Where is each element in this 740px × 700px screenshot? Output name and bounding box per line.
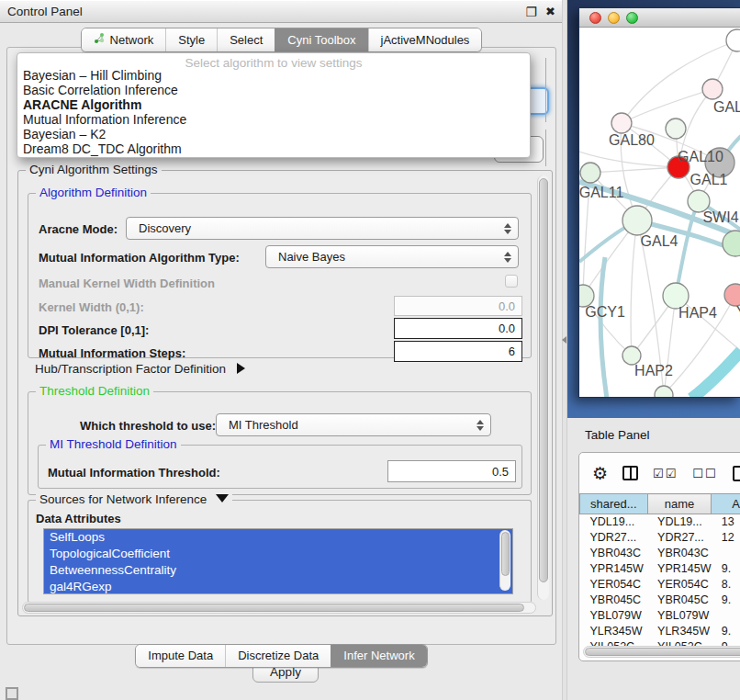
deselect-all-checks-icon[interactable]: ☐☐ [692, 467, 717, 480]
dpi-tolerance-input[interactable]: 0.0 [394, 318, 522, 339]
table-cell: YBR045C [647, 593, 712, 608]
mi-type-label: Mutual Information Algorithm Type: [39, 251, 240, 265]
algorithm-dropdown[interactable]: Select algorithm to view settings Bayesi… [17, 52, 531, 158]
attribute-item-gal4rgexp[interactable]: gal4RGexp [44, 579, 512, 594]
node-label: GAL4 [641, 233, 678, 249]
sources-toggle[interactable]: Sources for Network Inference [36, 492, 232, 506]
node-label: HAP4 [678, 305, 717, 321]
network-node-gal11[interactable] [580, 163, 600, 183]
mi-threshold-input[interactable]: 0.5 [387, 460, 516, 482]
which-threshold-select[interactable]: MI Threshold [216, 413, 491, 436]
table-cell: YBR045C [580, 593, 648, 608]
algorithm-definition-group: Algorithm Definition Aracne Mode: Discov… [28, 193, 532, 358]
table-cell [712, 546, 740, 561]
tab-impute-data[interactable]: Impute Data [136, 645, 225, 667]
expand-right-icon[interactable] [237, 363, 245, 374]
stepper-icon [477, 420, 484, 431]
settings-horizontal-scrollbar[interactable] [22, 602, 536, 614]
node-label: GCY1 [585, 304, 625, 320]
network-node-gal[interactable] [702, 79, 723, 99]
table-cell: 9. [712, 561, 740, 577]
aracne-mode-select[interactable]: Discovery [126, 217, 519, 240]
dock-grip-icon[interactable] [6, 687, 18, 700]
algorithm-option-aracne-algorithm[interactable]: ARACNE Algorithm [17, 97, 530, 112]
tab-jactivemnodules[interactable]: jActiveMNodules [368, 28, 482, 51]
network-node-gal4[interactable] [622, 206, 652, 235]
network-node-hap2[interactable] [622, 346, 641, 365]
tab-style[interactable]: Style [165, 28, 217, 51]
node-label: GAL1 [690, 172, 728, 187]
export-table-icon[interactable] [733, 466, 740, 481]
tab-label: Style [178, 33, 205, 47]
data-attributes-list[interactable]: SelfLoopsTopologicalCoefficientBetweenne… [43, 528, 513, 594]
float-icon[interactable]: ❐ [526, 5, 538, 19]
table-cell: YBL079W [647, 608, 712, 624]
network-window-titlebar[interactable] [579, 8, 740, 28]
network-window[interactable]: GALGAL80GAL10GAL1GAL11SWI4GAL4GCY1HAP4YH… [578, 7, 740, 398]
network-node-y[interactable] [724, 284, 740, 306]
network-node-gal80[interactable] [611, 113, 632, 133]
table-cell: YBR043C [580, 546, 648, 561]
table-row[interactable]: YBR043CYBR043C [580, 546, 740, 561]
attribute-item-topologicalcoefficient[interactable]: TopologicalCoefficient [44, 546, 512, 562]
table-row[interactable]: YDL19...YDL19...13 [580, 514, 740, 530]
hub-definition-toggle[interactable]: Hub/Transcription Factor Definition [35, 362, 245, 376]
network-node[interactable] [723, 231, 740, 256]
cyni-mode-tabbar: Impute DataDiscretize DataInfer Network [0, 644, 563, 668]
table-row[interactable]: YDR27...YDR27...12 [580, 530, 740, 546]
minimize-traffic-icon[interactable] [608, 12, 620, 24]
table-cell: 9. [712, 593, 740, 608]
cyni-algorithm-settings-group: Cyni Algorithm Settings Algorithm Defini… [17, 170, 553, 616]
tab-discretize-data[interactable]: Discretize Data [225, 645, 331, 667]
table-cell: 13 [712, 514, 740, 530]
algorithm-dropdown-list: Bayesian – Hill ClimbingBasic Correlatio… [17, 68, 530, 156]
tab-cyni-toolbox[interactable]: Cyni Toolbox [275, 28, 367, 51]
select-all-checks-icon[interactable]: ☑☑ [653, 467, 678, 480]
settings-vertical-scrollbar[interactable] [537, 175, 549, 600]
table-row[interactable]: YBR045CYBR045C9. [580, 593, 740, 608]
gear-icon[interactable]: ⚙ [592, 463, 608, 483]
network-canvas[interactable]: GALGAL80GAL10GAL1GAL11SWI4GAL4GCY1HAP4YH… [579, 28, 740, 397]
group-title: MI Threshold Definition [46, 437, 181, 451]
algorithm-option-bayesian-hill-climbing[interactable]: Bayesian – Hill Climbing [17, 68, 530, 83]
aracne-mode-value: Discovery [139, 221, 191, 235]
which-threshold-value: MI Threshold [229, 418, 298, 432]
close-icon[interactable]: ✖ [545, 5, 555, 18]
tab-network[interactable]: Network [82, 28, 166, 51]
table-horizontal-scrollbar[interactable] [583, 646, 740, 658]
zoom-traffic-icon[interactable] [626, 12, 638, 24]
collapse-down-icon[interactable] [216, 494, 229, 502]
column-header-a[interactable]: A [712, 494, 740, 514]
attribute-item-betweennesscentrality[interactable]: BetweennessCentrality [44, 562, 512, 579]
node-label: GAL [713, 99, 740, 115]
network-node[interactable] [726, 29, 740, 51]
algorithm-option-bayesian-k2[interactable]: Bayesian – K2 [17, 127, 530, 141]
attribute-list-scrollbar[interactable] [499, 530, 510, 591]
table-panel: ⚙ ☑☑ ☐☐ shared...nameA YDL19...YDL19...1… [578, 452, 740, 661]
split-collapse-icon[interactable] [562, 336, 566, 344]
attribute-item-selfloops[interactable]: SelfLoops [44, 529, 512, 546]
mi-steps-input[interactable]: 6 [394, 341, 522, 362]
table-row[interactable]: YLR345WYLR345W9. [580, 624, 740, 639]
algorithm-option-mutual-information-inference[interactable]: Mutual Information Inference [17, 112, 530, 127]
column-header-name[interactable]: name [647, 494, 712, 514]
close-traffic-icon[interactable] [589, 12, 601, 24]
thick-edge [691, 351, 740, 397]
network-node-gal10[interactable] [666, 119, 686, 139]
columns-icon[interactable] [622, 466, 638, 480]
aracne-mode-label: Aracne Mode: [39, 222, 118, 236]
table-row[interactable]: YER054CYER054C8. [580, 577, 740, 593]
sources-group: Sources for Network Inference Data Attri… [28, 500, 532, 603]
table-row[interactable]: YPR145WYPR145W9. [580, 561, 740, 577]
kernel-width-input[interactable]: 0.0 [394, 296, 522, 316]
algorithm-option-dream8-dc-tdc-algorithm[interactable]: Dream8 DC_TDC Algorithm [17, 141, 530, 156]
tab-infer-network[interactable]: Infer Network [331, 645, 426, 667]
column-header-shared[interactable]: shared... [580, 494, 648, 514]
algorithm-option-basic-correlation-inference[interactable]: Basic Correlation Inference [17, 83, 530, 97]
table-cell: YBL079W [580, 608, 648, 624]
table-row[interactable]: YBL079WYBL079W [580, 608, 740, 624]
manual-kernel-checkbox[interactable] [505, 275, 518, 288]
mi-type-select[interactable]: Naive Bayes [265, 245, 519, 268]
node-table[interactable]: shared...nameA YDL19...YDL19...13YDR27..… [579, 493, 740, 655]
tab-select[interactable]: Select [217, 28, 275, 51]
